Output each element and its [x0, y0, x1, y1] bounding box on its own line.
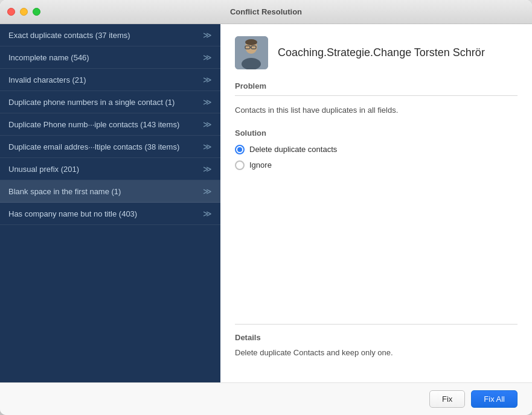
sidebar-empty-space [0, 225, 220, 382]
radio-ignore-btn[interactable] [235, 160, 245, 170]
sidebar-item-dup-phone-single[interactable]: Duplicate phone numbers in a single cont… [0, 91, 220, 113]
radio-ignore-label: Ignore [249, 160, 272, 169]
contact-name: Coaching.Strategie.Change Torsten Schrör [278, 46, 485, 59]
sidebar-item-icon-2: ≫ [203, 75, 212, 84]
main-window: Conflict Resolution Exact duplicate cont… [0, 0, 532, 415]
close-button[interactable] [7, 8, 15, 16]
solution-section: Solution Delete duplicate contacts Ignor… [235, 128, 518, 176]
sidebar-item-icon-3: ≫ [203, 97, 212, 107]
title-bar: Conflict Resolution [0, 0, 532, 24]
sidebar-item-dup-phone-multiple[interactable]: Duplicate Phone numb···iple contacts (14… [0, 113, 220, 136]
sidebar-item-blank-space[interactable]: Blank space in the first name (1) ≫ [0, 180, 220, 203]
sidebar-item-icon-1: ≫ [203, 52, 212, 62]
minimize-button[interactable] [20, 8, 28, 16]
sidebar-item-exact-duplicates[interactable]: Exact duplicate contacts (37 items) ≫ [0, 24, 220, 46]
sidebar-item-icon-8: ≫ [203, 209, 212, 218]
sidebar: Exact duplicate contacts (37 items) ≫ In… [0, 24, 220, 382]
details-title: Details [235, 333, 518, 342]
sidebar-item-incomplete-name[interactable]: Incomplete name (546) ≫ [0, 46, 220, 69]
details-divider [235, 324, 518, 325]
problem-divider [235, 95, 518, 96]
avatar-image [235, 36, 268, 69]
problem-text: Contacts in this list have duplicates in… [235, 104, 518, 116]
fix-all-button[interactable]: Fix All [471, 390, 518, 408]
avatar [235, 36, 268, 69]
content-area: Exact duplicate contacts (37 items) ≫ In… [0, 24, 532, 382]
fix-button[interactable]: Fix [429, 390, 465, 408]
solution-title: Solution [235, 128, 518, 138]
sidebar-item-icon-6: ≫ [203, 164, 212, 174]
problem-section: Problem Contacts in this list have dupli… [235, 81, 518, 128]
footer: Fix Fix All [0, 382, 532, 415]
sidebar-item-icon-5: ≫ [203, 142, 212, 151]
maximize-button[interactable] [33, 8, 40, 16]
window-title: Conflict Resolution [230, 7, 302, 16]
problem-title: Problem [235, 81, 518, 90]
sidebar-item-icon-4: ≫ [203, 119, 212, 129]
sidebar-item-invalid-characters[interactable]: Invalid characters (21) ≫ [0, 69, 220, 91]
right-panel: Coaching.Strategie.Change Torsten Schrör… [220, 24, 532, 382]
sidebar-item-company-no-title[interactable]: Has company name but no title (403) ≫ [0, 203, 220, 225]
details-text: Delete duplicate Contacts and keep only … [235, 347, 518, 359]
sidebar-item-icon-0: ≫ [203, 30, 212, 40]
radio-ignore[interactable]: Ignore [235, 160, 518, 170]
traffic-lights [7, 8, 40, 16]
contact-header: Coaching.Strategie.Change Torsten Schrör [235, 36, 518, 69]
radio-delete[interactable]: Delete duplicate contacts [235, 145, 518, 154]
sidebar-item-unusual-prefix[interactable]: Unusual prefix (201) ≫ [0, 158, 220, 180]
sidebar-item-dup-email-multiple[interactable]: Duplicate email addres···ltiple contacts… [0, 136, 220, 158]
radio-delete-btn[interactable] [235, 145, 245, 154]
sidebar-item-icon-7: ≫ [203, 186, 212, 196]
svg-point-6 [245, 39, 257, 45]
radio-delete-label: Delete duplicate contacts [249, 145, 337, 154]
details-section: Details Delete duplicate Contacts and ke… [235, 324, 518, 359]
